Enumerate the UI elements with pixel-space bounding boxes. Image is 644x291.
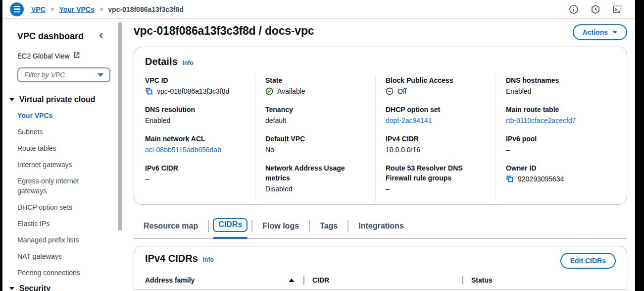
- page-title: vpc-018f086a13f3c3f8d / docs-vpc: [134, 24, 314, 38]
- field-ipv6-cidr: IPv6 CIDR –: [145, 163, 247, 184]
- field-main-route-table: Main route table rtb-0110cface2acecfd7: [506, 105, 608, 125]
- ec2-global-view-link[interactable]: EC2 Global View: [17, 52, 80, 60]
- filter-by-vpc-dropdown[interactable]: Filter by VPC: [17, 67, 110, 82]
- section-caret-icon: [9, 98, 14, 101]
- route53-rule-groups-value: –: [386, 184, 390, 194]
- topbar-utility-icons: [569, 4, 627, 14]
- sidebar-item-nat-gateways[interactable]: NAT gateways: [17, 251, 97, 261]
- field-tenancy: Tenancy default: [265, 105, 367, 125]
- field-dns-resolution: DNS resolution Enabled: [145, 105, 247, 125]
- ipv4-cidrs-info-link[interactable]: Info: [203, 256, 214, 263]
- hamburger-menu-button[interactable]: [10, 2, 24, 16]
- chevron-down-icon: [612, 31, 617, 34]
- ipv4-cidrs-title: IPv4 CIDRs: [145, 253, 198, 264]
- cidrs-table: Address family CIDR Status I: [134, 272, 627, 291]
- field-ipv4-cidr: IPv4 CIDR 10.0.0.0/16: [386, 134, 488, 155]
- tenancy-value: default: [265, 116, 286, 125]
- sidebar-title: VPC dashboard: [17, 31, 84, 42]
- info-icon[interactable]: [569, 4, 579, 14]
- sort-ascending-icon: [289, 279, 295, 282]
- field-main-network-acl: Main network ACL acl-08bb5115adb656dab: [145, 134, 247, 155]
- section-label: Virtual private cloud: [19, 95, 96, 104]
- copy-icon[interactable]: [506, 175, 514, 183]
- tab-integrations[interactable]: Integrations: [348, 217, 414, 236]
- sidebar-item-internet-gateways[interactable]: Internet gateways: [17, 160, 97, 170]
- column-divider: [303, 276, 304, 285]
- breadcrumb-link-your-vpcs[interactable]: Your VPCs: [59, 5, 94, 13]
- breadcrumb-current: vpc-018f086a13f3c3f8d: [108, 5, 184, 13]
- sidebar-item-dhcp-option-sets[interactable]: DHCP option sets: [17, 202, 97, 212]
- details-title: Details: [145, 56, 178, 67]
- main-route-table-link[interactable]: rtb-0110cface2acecfd7: [506, 116, 576, 125]
- field-route53-resolver-dns-firewall-rule-groups: Route 53 Resolver DNS Firewall rule grou…: [386, 163, 488, 194]
- field-default-vpc: Default VPC No: [265, 134, 367, 155]
- sidebar-item-elastic-ips[interactable]: Elastic IPs: [17, 219, 97, 229]
- edit-cidrs-button[interactable]: Edit CIDRs: [560, 253, 616, 269]
- sidebar-section-security: Security Network ACLs Security groups: [17, 284, 116, 291]
- field-network-address-usage-metrics: Network Address Usage metrics Disabled: [265, 163, 367, 194]
- sidebar-item-subnets[interactable]: Subnets: [17, 127, 97, 137]
- history-icon[interactable]: [591, 4, 600, 14]
- sidebar-section-vpc: Virtual private cloud Your VPCs Subnets …: [17, 95, 116, 278]
- tab-tags[interactable]: Tags: [310, 217, 347, 236]
- nau-metrics-value: Disabled: [265, 184, 292, 194]
- default-vpc-value: No: [265, 145, 274, 155]
- filter-placeholder: Filter by VPC: [24, 71, 65, 79]
- chevron-down-icon: [98, 73, 103, 77]
- main-network-acl-link[interactable]: acl-08bb5115adb656dab: [145, 145, 221, 155]
- sidebar: VPC dashboard EC2 Global View Filter by …: [2, 19, 116, 290]
- actions-label: Actions: [583, 28, 608, 36]
- sidebar-item-managed-prefix-lists[interactable]: Managed prefix lists: [17, 235, 97, 245]
- sidebar-collapse-icon[interactable]: [98, 32, 105, 41]
- ipv4-cidr-value: 10.0.0.0/16: [386, 145, 420, 155]
- details-info-link[interactable]: Info: [183, 59, 194, 66]
- column-divider: [462, 276, 463, 285]
- column-header-status: Status: [462, 272, 627, 289]
- tab-resource-map[interactable]: Resource map: [134, 217, 208, 236]
- field-block-public-access: Block Public Access Off: [386, 75, 488, 96]
- sidebar-item-egress-only-internet-gateways[interactable]: Egress-only internet gateways: [17, 176, 97, 196]
- breadcrumb-link-vpc[interactable]: VPC: [31, 5, 46, 13]
- field-owner-id: Owner ID 920293095634: [506, 163, 608, 184]
- actions-button[interactable]: Actions: [573, 24, 627, 40]
- section-header-virtual-private-cloud[interactable]: Virtual private cloud: [9, 95, 116, 104]
- details-column-4: DNS hostnames Enabled Main route table r…: [495, 75, 616, 202]
- check-circle-icon: [265, 87, 273, 95]
- sidebar-item-peering-connections[interactable]: Peering connections: [17, 268, 97, 278]
- tab-cidrs[interactable]: CIDRs: [209, 215, 251, 238]
- field-dhcp-option-set: DHCP option set dopt-2ac94141: [386, 105, 488, 125]
- tab-flow-logs[interactable]: Flow logs: [252, 217, 309, 236]
- ec2-global-view-label: EC2 Global View: [17, 52, 70, 60]
- ipv6-cidr-value: –: [145, 174, 149, 184]
- block-public-access-value: Off: [397, 86, 406, 96]
- external-link-icon: [73, 52, 80, 60]
- dns-resolution-value: Enabled: [145, 116, 170, 125]
- column-header-address-family[interactable]: Address family: [134, 272, 303, 289]
- main-content: vpc-018f086a13f3c3f8d / docs-vpc Actions…: [125, 19, 635, 290]
- sidebar-item-your-vpcs[interactable]: Your VPCs: [17, 111, 97, 120]
- breadcrumb: VPC > Your VPCs > vpc-018f086a13f3c3f8d: [31, 5, 184, 13]
- sidebar-item-route-tables[interactable]: Route tables: [17, 143, 97, 153]
- top-navigation-bar: VPC > Your VPCs > vpc-018f086a13f3c3f8d: [2, 0, 635, 19]
- section-label: Security: [19, 284, 50, 291]
- dns-hostnames-value: Enabled: [506, 86, 531, 96]
- section-caret-icon: [9, 287, 14, 290]
- details-column-1: VPC ID vpc-018f086a13f3c3f8d DNS resolut…: [145, 75, 255, 202]
- sidebar-scrollbar: [116, 19, 125, 290]
- details-panel: Details Info VPC ID vpc-018f086a13f3c3f8…: [134, 47, 627, 205]
- section-header-security[interactable]: Security: [9, 284, 116, 291]
- owner-id-value: 920293095634: [518, 174, 564, 184]
- cidrs-table-header: Address family CIDR Status: [134, 272, 627, 290]
- field-vpc-id: VPC ID vpc-018f086a13f3c3f8d: [145, 75, 247, 96]
- scrollbar-thumb[interactable]: [118, 22, 122, 231]
- minus-circle-icon: [386, 87, 394, 95]
- breadcrumb-separator: >: [99, 5, 103, 13]
- copy-icon[interactable]: [145, 87, 153, 95]
- field-dns-hostnames: DNS hostnames Enabled: [506, 75, 608, 96]
- cloudshell-icon[interactable]: [612, 4, 622, 14]
- details-column-3: Block Public Access Off DHCP option set …: [375, 75, 495, 202]
- column-header-cidr: CIDR: [303, 272, 462, 289]
- state-value: Available: [277, 86, 305, 96]
- dhcp-option-set-link[interactable]: dopt-2ac94141: [386, 116, 432, 125]
- ipv4-cidrs-panel: IPv4 CIDRs Info Edit CIDRs Address famil…: [134, 246, 627, 291]
